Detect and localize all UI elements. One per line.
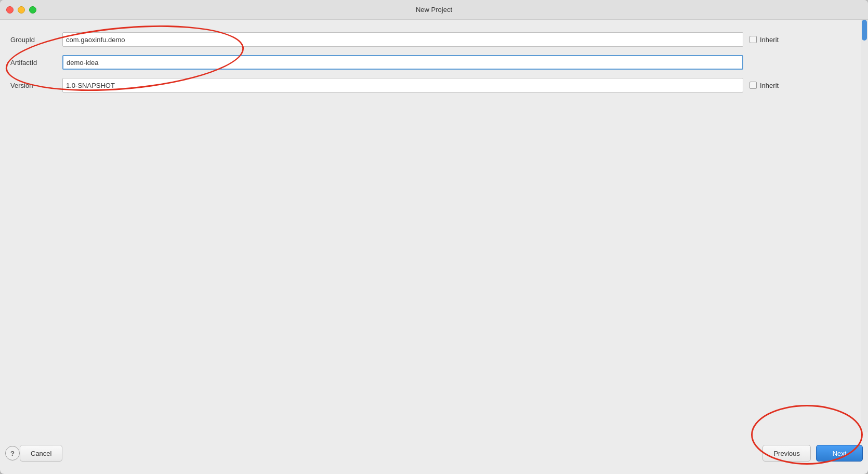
cancel-button[interactable]: Cancel [20, 445, 62, 462]
version-inherit-group: Inherit [749, 82, 779, 89]
artifactid-row: ArtifactId [10, 53, 858, 72]
scrollbar-thumb[interactable] [862, 20, 867, 41]
new-project-window: New Project GroupId Inherit ArtifactId [0, 0, 868, 474]
footer-left: ? Cancel [5, 445, 62, 462]
content-spacer [10, 99, 858, 427]
groupid-inherit-label: Inherit [760, 36, 779, 44]
version-label: Version [10, 82, 62, 89]
groupid-row: GroupId Inherit [10, 30, 858, 49]
maximize-button[interactable] [29, 6, 36, 14]
groupid-inherit-group: Inherit [749, 36, 779, 44]
minimize-button[interactable] [18, 6, 25, 14]
window-title: New Project [416, 6, 452, 14]
footer-right: Previous Next [762, 445, 863, 462]
artifactid-label: ArtifactId [10, 59, 62, 67]
next-button[interactable]: Next [816, 445, 863, 462]
traffic-lights [6, 6, 36, 14]
version-row: Version Inherit [10, 76, 858, 95]
scrollbar-area [861, 20, 868, 432]
title-bar: New Project [0, 0, 868, 20]
form-area: GroupId Inherit ArtifactId Version Inher… [10, 30, 858, 99]
footer: ? Cancel Previous Next [0, 432, 868, 474]
version-inherit-checkbox[interactable] [749, 82, 757, 89]
groupid-inherit-checkbox[interactable] [749, 36, 757, 43]
previous-button[interactable]: Previous [762, 445, 811, 462]
groupid-input[interactable] [62, 32, 743, 47]
groupid-label: GroupId [10, 36, 62, 44]
artifactid-input[interactable] [62, 55, 743, 70]
help-button[interactable]: ? [5, 446, 20, 460]
close-button[interactable] [6, 6, 14, 14]
version-inherit-label: Inherit [760, 82, 779, 89]
content-area: GroupId Inherit ArtifactId Version Inher… [0, 20, 868, 432]
version-input[interactable] [62, 78, 743, 93]
